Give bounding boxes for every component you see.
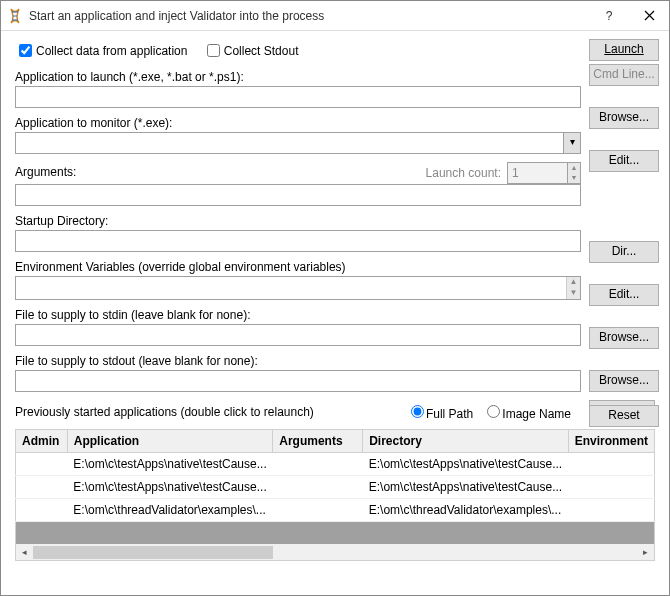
title-bar: Start an application and inject Validato… [1,1,669,31]
table-row[interactable]: E:\om\c\testApps\native\testCause...E:\o… [16,453,655,476]
collect-data-checkbox[interactable]: Collect data from application [15,41,187,60]
cmd-line-button[interactable]: Cmd Line... [589,64,659,86]
image-name-radio[interactable]: Image Name [477,405,571,421]
cell-args [273,499,363,522]
col-application[interactable]: Application [67,430,272,453]
cell-env [568,476,654,499]
close-button[interactable] [629,1,669,31]
col-admin[interactable]: Admin [16,430,68,453]
app-launch-label: Application to launch (*.exe, *.bat or *… [15,70,244,84]
dir-button[interactable]: Dir... [589,241,659,263]
app-monitor-dropdown[interactable]: ▾ [563,132,581,154]
arguments-input[interactable] [15,184,581,206]
stdin-input[interactable] [15,324,581,346]
cell-admin [16,453,68,476]
cell-admin [16,499,68,522]
prev-apps-table: Admin Application Arguments Directory En… [15,429,655,522]
prev-apps-label: Previously started applications (double … [15,405,314,419]
env-vars-text[interactable] [16,277,566,299]
scroll-left-arrow[interactable]: ◂ [16,545,33,560]
browse-stdout-button[interactable]: Browse... [589,370,659,392]
env-vars-field[interactable]: ▲▼ [15,276,581,300]
browse-stdin-button[interactable]: Browse... [589,327,659,349]
edit-monitor-button[interactable]: Edit... [589,150,659,172]
col-environment[interactable]: Environment [568,430,654,453]
stdout-input[interactable] [15,370,581,392]
launch-button[interactable]: Launch [589,39,659,61]
launch-count-label: Launch count: [426,166,501,180]
reset-button[interactable]: Reset [589,405,659,427]
collect-stdout-label: Collect Stdout [224,44,299,58]
app-icon [7,8,23,24]
cell-dir: E:\om\c\threadValidator\examples\... [363,499,568,522]
window-title: Start an application and inject Validato… [29,9,589,23]
col-directory[interactable]: Directory [363,430,568,453]
collect-stdout-input[interactable] [207,44,220,57]
scroll-thumb[interactable] [33,546,273,559]
cell-env [568,453,654,476]
startup-dir-label: Startup Directory: [15,214,108,228]
cell-dir: E:\om\c\testApps\native\testCause... [363,476,568,499]
collect-stdout-checkbox[interactable]: Collect Stdout [203,41,299,60]
horizontal-scrollbar[interactable]: ◂ ▸ [15,544,655,561]
collect-data-label: Collect data from application [36,44,187,58]
full-path-radio[interactable]: Full Path [401,405,473,421]
table-row[interactable]: E:\om\c\threadValidator\examples\...E:\o… [16,499,655,522]
app-monitor-label: Application to monitor (*.exe): [15,116,172,130]
cell-args [273,476,363,499]
launch-count-spinner: ▲▼ [567,162,581,184]
table-header-row: Admin Application Arguments Directory En… [16,430,655,453]
help-button[interactable]: ? [589,1,629,31]
cell-env [568,499,654,522]
scroll-right-arrow[interactable]: ▸ [637,545,654,560]
cell-args [273,453,363,476]
app-monitor-input[interactable] [15,132,563,154]
stdin-label: File to supply to stdin (leave blank for… [15,308,250,322]
stdout-label: File to supply to stdout (leave blank fo… [15,354,258,368]
col-arguments[interactable]: Arguments [273,430,363,453]
cell-admin [16,476,68,499]
cell-app: E:\om\c\testApps\native\testCause... [67,453,272,476]
cell-app: E:\om\c\threadValidator\examples\... [67,499,272,522]
startup-dir-input[interactable] [15,230,581,252]
launch-count-input [507,162,567,184]
app-launch-input[interactable] [15,86,581,108]
env-vars-label: Environment Variables (override global e… [15,260,346,274]
table-empty-band [15,522,655,544]
cell-dir: E:\om\c\testApps\native\testCause... [363,453,568,476]
collect-data-input[interactable] [19,44,32,57]
cell-app: E:\om\c\testApps\native\testCause... [67,476,272,499]
browse-app-launch-button[interactable]: Browse... [589,107,659,129]
close-icon [644,10,655,21]
arguments-label: Arguments: [15,165,76,179]
table-row[interactable]: E:\om\c\testApps\native\testCause...E:\o… [16,476,655,499]
env-vars-scroll[interactable]: ▲▼ [566,277,580,299]
edit-env-button[interactable]: Edit... [589,284,659,306]
